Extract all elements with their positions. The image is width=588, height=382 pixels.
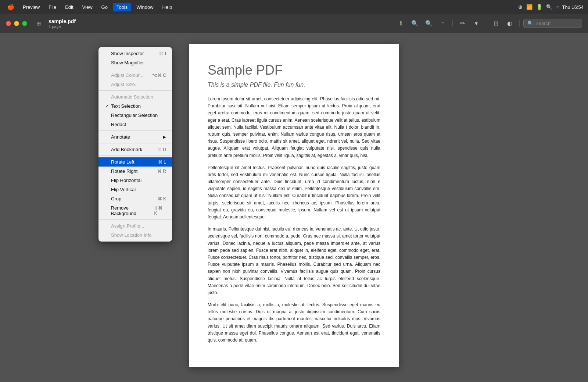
check-text-selection: ✓ — [104, 103, 110, 109]
menu-rotate-left-shortcut: ⌘ L — [158, 160, 166, 165]
title-info: sample.pdf 1 page — [49, 18, 76, 29]
menu-annotate[interactable]: Annotate ▶ — [98, 132, 172, 142]
menu-show-location-info: Show Location Info — [98, 231, 172, 240]
crop-icon[interactable]: ⊡ — [490, 18, 502, 29]
markup-chevron[interactable]: ▾ — [470, 18, 482, 29]
menu-rectangular-selection-label: Rectangular Selection — [111, 113, 158, 118]
menu-add-bookmark-label: Add Bookmark — [111, 147, 142, 152]
menu-rotate-right-label: Rotate Right — [111, 168, 137, 174]
menu-remove-background-label: Remove Background — [111, 205, 154, 216]
menu-rotate-left-label: Rotate Left — [111, 159, 135, 165]
maximize-button[interactable] — [22, 21, 27, 26]
menu-automatic-selection-label: Automatic Selection — [111, 94, 153, 100]
menubar-system-icons: ⊕ 📶 🔋 🔍 ≡ — [518, 4, 559, 10]
toolbar-separator — [452, 20, 453, 27]
pdf-title: Sample PDF — [208, 63, 380, 78]
menu-flip-vertical-label: Flip Vertical — [111, 187, 136, 192]
filename: sample.pdf — [49, 18, 76, 24]
pdf-page: Sample PDF This is a simple PDF file. Fu… — [189, 44, 399, 367]
close-button[interactable] — [6, 21, 11, 26]
search-icon: 🔍 — [527, 21, 533, 26]
menu-add-bookmark[interactable]: Add Bookmark ⌘ D — [98, 145, 172, 154]
menu-assign-profile: Assign Profile... — [98, 221, 172, 231]
pdf-area: Sample PDF This is a simple PDF file. Fu… — [0, 33, 588, 382]
menu-remove-background[interactable]: Remove Background ⇧⌘ K — [98, 203, 172, 218]
menu-rotate-right-shortcut: ⌘ R — [157, 169, 166, 174]
notification-icon[interactable]: ≡ — [556, 4, 559, 10]
battery-icon: 🔋 — [536, 4, 542, 10]
separator-2 — [98, 90, 172, 91]
pdf-paragraph-2: Pellentesque sit amet lectus. Praesent p… — [208, 164, 380, 221]
menu-show-inspector-label: Show Inspector — [111, 51, 144, 56]
separator-5 — [98, 156, 172, 156]
menu-add-bookmark-shortcut: ⌘ D — [157, 147, 166, 152]
separator-3 — [98, 131, 172, 131]
page-count: 1 page — [49, 24, 76, 29]
pdf-paragraph-1: Lorem ipsum dolor sit amet, consectetuer… — [208, 96, 380, 159]
markup-icon[interactable]: ✏ — [456, 18, 468, 29]
tools-menu[interactable]: Show Inspector ⌘ I Show Magnifier Adjust… — [98, 47, 172, 242]
menu-show-location-info-label: Show Location Info — [111, 232, 152, 238]
menu-flip-vertical[interactable]: Flip Vertical — [98, 185, 172, 194]
pdf-paragraph-3: In mauris. Pellentesque dui nisi, iaculi… — [208, 226, 380, 296]
menu-remove-background-shortcut: ⇧⌘ K — [154, 206, 166, 216]
main-window: ⊞ sample.pdf 1 page ℹ 🔍 🔍 ↑ ✏ ▾ ⊡ ◐ 🔍 Se… — [0, 14, 588, 382]
separator-6 — [98, 219, 172, 220]
menu-crop-shortcut: ⌘ K — [158, 196, 166, 201]
menu-flip-horizontal[interactable]: Flip Horizontal — [98, 176, 172, 185]
menu-automatic-selection: Automatic Selection — [98, 92, 172, 101]
toolbar-separator-2 — [486, 20, 486, 27]
menubar-preview[interactable]: Preview — [19, 3, 43, 11]
zoom-out-icon[interactable]: 🔍 — [409, 18, 421, 29]
wifi-icon[interactable]: 📶 — [526, 4, 533, 10]
menu-rotate-left[interactable]: Rotate Left ⌘ L — [98, 157, 172, 167]
color-adjust-icon[interactable]: ◐ — [504, 18, 516, 29]
minimize-button[interactable] — [14, 21, 19, 26]
toolbar-separator-3 — [519, 20, 520, 27]
menu-adjust-colour: Adjust Colour... ⌥⌘ C — [98, 71, 172, 80]
search-placeholder: Search — [535, 21, 551, 26]
submenu-arrow-annotate: ▶ — [163, 135, 166, 139]
menu-rectangular-selection[interactable]: Rectangular Selection — [98, 111, 172, 120]
menu-crop-label: Crop — [111, 196, 121, 201]
menubar-go[interactable]: Go — [98, 3, 111, 11]
menubar-tools[interactable]: Tools — [113, 3, 131, 11]
menubar-edit[interactable]: Edit — [61, 3, 77, 11]
menu-adjust-colour-label: Adjust Colour... — [111, 72, 143, 78]
menu-show-inspector-shortcut: ⌘ I — [159, 51, 166, 56]
search-box[interactable]: 🔍 Search — [523, 19, 582, 28]
zoom-in-icon[interactable]: 🔍 — [423, 18, 435, 29]
control-center-icon[interactable]: ⊕ — [518, 4, 523, 10]
menu-crop[interactable]: Crop ⌘ K — [98, 194, 172, 203]
traffic-lights — [6, 21, 27, 26]
menu-text-selection-label: Text Selection — [111, 103, 141, 109]
menubar-file[interactable]: File — [45, 3, 60, 11]
menu-show-magnifier-label: Show Magnifier — [111, 60, 144, 65]
content-area: Sample PDF This is a simple PDF file. Fu… — [0, 33, 588, 382]
share-icon[interactable]: ↑ — [437, 18, 449, 29]
toolbar: ℹ 🔍 🔍 ↑ ✏ ▾ ⊡ ◐ 🔍 Search — [395, 18, 582, 29]
menu-text-selection[interactable]: ✓ Text Selection — [98, 101, 172, 111]
pdf-subtitle: This is a simple PDF file. Fun fun fun. — [208, 82, 380, 88]
menu-redact-label: Redact — [111, 122, 126, 127]
info-icon[interactable]: ℹ — [395, 18, 407, 29]
menu-show-inspector[interactable]: Show Inspector ⌘ I — [98, 49, 172, 58]
separator-1 — [98, 69, 172, 69]
menubar-view[interactable]: View — [79, 3, 96, 11]
titlebar: ⊞ sample.pdf 1 page ℹ 🔍 🔍 ↑ ✏ ▾ ⊡ ◐ 🔍 Se… — [0, 14, 588, 33]
menubar-help[interactable]: Help — [159, 3, 176, 11]
menu-rotate-right[interactable]: Rotate Right ⌘ R — [98, 167, 172, 176]
menu-show-magnifier[interactable]: Show Magnifier — [98, 58, 172, 67]
menu-flip-horizontal-label: Flip Horizontal — [111, 178, 141, 183]
menu-adjust-size-label: Adjust Size... — [111, 82, 139, 87]
menu-redact[interactable]: Redact — [98, 120, 172, 129]
menubar-window[interactable]: Window — [133, 3, 157, 11]
apple-menu[interactable]: 🍎 — [4, 4, 18, 11]
pdf-paragraph-4: Morbi elit nunc, facilisis a, mollis a, … — [208, 301, 380, 344]
search-menu-icon[interactable]: 🔍 — [546, 4, 552, 10]
separator-4 — [98, 143, 172, 143]
sidebar-toggle[interactable]: ⊞ — [33, 19, 44, 28]
menu-assign-profile-label: Assign Profile... — [111, 223, 144, 229]
menubar: 🍎 Preview File Edit View Go Tools Window… — [0, 0, 588, 14]
menu-annotate-label: Annotate — [111, 134, 130, 140]
